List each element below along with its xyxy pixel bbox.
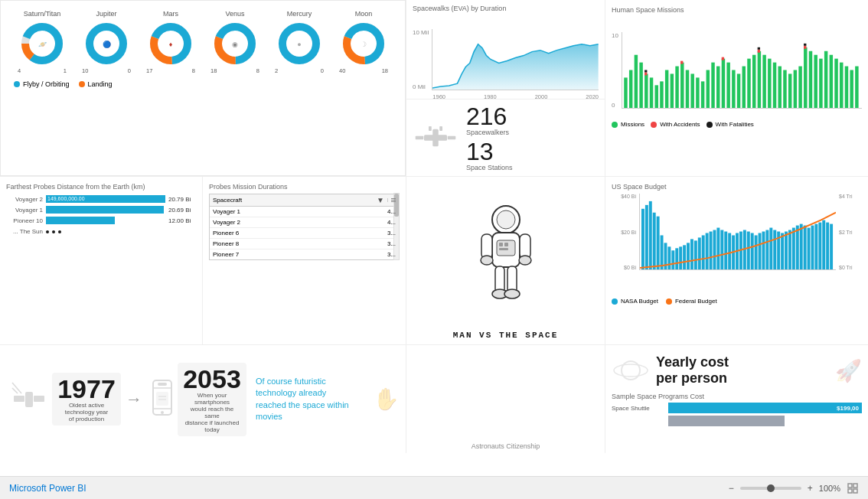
svg-rect-47	[701, 81, 704, 108]
svg-point-100	[504, 289, 520, 298]
spacewalks-title: Spacewalks (EVA) by Duration	[413, 5, 599, 12]
hand-icon: ✋	[373, 386, 400, 412]
svg-rect-139	[785, 232, 788, 270]
citizenship-panel: Astronauts Citizenship	[406, 344, 605, 453]
svg-rect-35	[639, 63, 642, 108]
probes-row: Farthest Probes Distance from the Earth …	[0, 176, 406, 344]
svg-rect-146	[811, 226, 814, 269]
svg-rect-151	[830, 224, 833, 269]
planet-legend: Flyby / Orbiting Landing	[10, 80, 396, 88]
mars-label: Mars	[163, 10, 178, 18]
mars-flyby-num: 17	[146, 67, 152, 74]
station-icon	[413, 119, 458, 157]
svg-rect-73	[834, 59, 837, 108]
row3-name: Pioneer 6	[213, 230, 239, 236]
svg-rect-105	[657, 217, 660, 269]
svg-rect-144	[804, 226, 807, 269]
svg-rect-132	[759, 233, 762, 269]
svg-rect-120	[713, 230, 716, 269]
yearly-cost-title: Yearly cost	[656, 354, 729, 370]
yearly-cost-subtitle: per person	[656, 370, 729, 386]
row4-val: 3...	[387, 240, 396, 247]
svg-rect-141	[792, 228, 795, 269]
venus-donut: ◉	[212, 21, 258, 67]
budget-y3: $0 Bi	[612, 265, 636, 270]
cost-row-2	[612, 416, 862, 426]
svg-rect-114	[690, 239, 693, 269]
svg-rect-43	[680, 63, 684, 108]
svg-rect-56	[747, 59, 750, 108]
legend-federal: Federal Budget	[666, 298, 717, 305]
cost-panel: Yearly cost per person 🚀 Sample Space Pr…	[605, 344, 868, 453]
row3-val: 3...	[387, 230, 396, 236]
nasa-label: NASA Budget	[621, 298, 658, 305]
svg-rect-31	[439, 126, 442, 131]
powerbi-link[interactable]: Microsoft Power BI	[9, 483, 86, 494]
svg-rect-34	[635, 55, 638, 108]
svg-rect-106	[661, 235, 664, 269]
yearly-cost-row: Yearly cost per person 🚀	[612, 351, 862, 390]
svg-rect-170	[853, 489, 857, 493]
spacewalkers-label: Spacewalkers	[466, 129, 513, 136]
flyby-dot	[14, 81, 20, 87]
svg-rect-62	[778, 67, 781, 108]
svg-point-166	[614, 364, 648, 377]
zoom-level: 100%	[819, 484, 840, 493]
svg-rect-121	[716, 228, 720, 269]
svg-text:◉: ◉	[232, 41, 238, 48]
svg-rect-74	[840, 63, 843, 108]
dropdown-arrow[interactable]: ▼	[377, 196, 384, 204]
svg-rect-115	[694, 240, 697, 269]
svg-rect-46	[696, 77, 699, 108]
saturn-flyby-num: 4	[18, 67, 21, 74]
svg-rect-42	[675, 67, 678, 108]
hm-ymin: 0	[612, 102, 618, 109]
citizenship-label: Astronauts Citizenship	[472, 442, 540, 450]
svg-rect-153	[14, 396, 24, 402]
svg-rect-161	[156, 392, 168, 406]
probes-distance-panel: Farthest Probes Distance from the Earth …	[0, 177, 203, 344]
svg-rect-168	[853, 484, 857, 488]
svg-text:♦: ♦	[169, 41, 173, 48]
probes-mission-title: Probes Mission Durations	[209, 183, 400, 191]
fatalities-label: With Fatalities	[716, 121, 754, 128]
svg-rect-71	[824, 51, 827, 108]
zoom-minus[interactable]: −	[729, 483, 734, 494]
zoom-plus[interactable]: +	[808, 483, 813, 494]
svg-rect-113	[687, 243, 690, 269]
budget-yr1: $4 Tri	[839, 194, 862, 199]
scrollbar[interactable]	[393, 193, 400, 260]
svg-text:●: ●	[297, 41, 301, 48]
svg-rect-36	[644, 73, 648, 108]
missions-label: Missions	[621, 121, 644, 128]
svg-rect-154	[34, 396, 44, 402]
svg-rect-30	[429, 126, 432, 131]
svg-rect-130	[751, 233, 754, 269]
svg-rect-142	[796, 226, 799, 269]
p10-label: Pioneer 10	[6, 217, 43, 224]
svg-rect-152	[25, 392, 33, 407]
main-container: Saturn/Titan 🪐 4 1 Jupiter	[0, 0, 868, 499]
svg-point-96	[519, 256, 531, 265]
stations-label: Space Stations	[466, 164, 513, 171]
year1-desc1: Oldest active	[69, 402, 104, 409]
svg-rect-69	[814, 55, 817, 108]
human-legend: Missions With Accidents With Fatalities	[612, 121, 862, 128]
svg-rect-167	[848, 484, 852, 488]
fit-screen-icon[interactable]	[847, 482, 859, 494]
svg-rect-90	[499, 243, 503, 246]
sample-costs-section: Sample Space Programs Cost Space Shuttle…	[612, 393, 862, 426]
spacewalkers-count: 216	[466, 104, 507, 129]
legend-fatalities: With Fatalities	[706, 121, 754, 128]
svg-rect-51	[722, 59, 725, 108]
svg-rect-32	[624, 77, 627, 108]
zoom-slider[interactable]	[740, 487, 801, 490]
svg-rect-109	[671, 250, 674, 269]
svg-rect-45	[690, 73, 693, 108]
spacewalks-ymin: 0 Mil	[413, 83, 429, 90]
budget-yr2: $2 Tri	[839, 230, 862, 235]
astronaut-svg	[475, 201, 537, 308]
accidents-label: With Accidents	[660, 121, 700, 128]
legend-landing: Landing	[79, 80, 113, 88]
federal-dot	[666, 298, 672, 305]
